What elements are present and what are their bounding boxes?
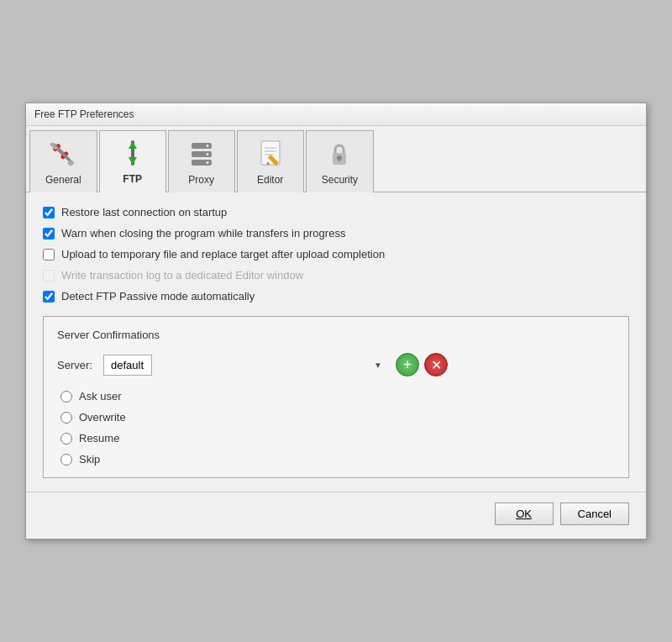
server-select[interactable]: default xyxy=(103,355,152,376)
security-icon xyxy=(323,137,356,171)
footer: OK Cancel xyxy=(26,492,646,539)
tab-proxy[interactable]: Proxy xyxy=(168,130,235,192)
tab-ftp[interactable]: FTP xyxy=(99,130,166,192)
checkbox-warn[interactable] xyxy=(43,228,55,239)
checkbox-restore-row: Restore last connection on startup xyxy=(43,206,629,218)
checkbox-write-log xyxy=(43,270,55,282)
main-window: Free FTP Preferences Gene xyxy=(25,103,647,539)
server-label: Server: xyxy=(57,359,103,371)
checkbox-upload-temp-row: Upload to temporary file and replace tar… xyxy=(43,248,629,260)
checkbox-passive-label: Detect FTP Passive mode automatically xyxy=(61,290,255,303)
server-select-wrapper: default xyxy=(103,355,389,376)
checkbox-write-log-label: Write transaction log to a dedicated Edi… xyxy=(61,269,303,282)
radio-ask-user-label: Ask user xyxy=(79,390,122,403)
cancel-button[interactable]: Cancel xyxy=(560,503,629,525)
ok-button[interactable]: OK xyxy=(495,503,554,525)
svg-marker-8 xyxy=(129,157,137,165)
svg-point-14 xyxy=(206,161,208,164)
radio-overwrite-row: Overwrite xyxy=(60,411,615,424)
tabs-container: General FTP xyxy=(26,126,646,192)
tab-general-label: General xyxy=(45,174,81,186)
add-server-button[interactable]: + xyxy=(396,353,419,376)
tab-ftp-label: FTP xyxy=(123,173,142,185)
title-bar: Free FTP Preferences xyxy=(26,103,646,126)
server-row: Server: default + ✕ xyxy=(57,353,615,376)
radio-resume[interactable] xyxy=(60,433,72,445)
tab-proxy-label: Proxy xyxy=(188,174,214,186)
server-confirmations-title: Server Confirmations xyxy=(57,329,615,341)
general-icon xyxy=(46,137,80,171)
radio-ask-user-row: Ask user xyxy=(60,390,615,403)
tab-editor-label: Editor xyxy=(257,174,283,186)
tab-general[interactable]: General xyxy=(29,130,97,192)
proxy-icon xyxy=(185,137,218,171)
tab-security[interactable]: Security xyxy=(306,130,374,192)
radio-skip-row: Skip xyxy=(60,453,615,466)
radio-skip[interactable] xyxy=(60,454,72,466)
checkbox-warn-row: Warn when closing the program while tran… xyxy=(43,227,629,239)
radio-overwrite-label: Overwrite xyxy=(79,411,126,424)
svg-point-13 xyxy=(206,153,208,155)
checkbox-upload-temp[interactable] xyxy=(43,249,55,260)
checkbox-warn-label: Warn when closing the program while tran… xyxy=(61,227,345,239)
content-area: Restore last connection on startup Warn … xyxy=(26,192,646,492)
remove-server-button[interactable]: ✕ xyxy=(424,353,448,376)
checkbox-write-log-row: Write transaction log to a dedicated Edi… xyxy=(43,269,629,282)
svg-point-12 xyxy=(206,145,208,147)
radio-skip-label: Skip xyxy=(79,453,100,466)
checkbox-passive[interactable] xyxy=(43,291,55,303)
radio-resume-label: Resume xyxy=(79,432,119,445)
svg-rect-23 xyxy=(339,158,340,161)
checkbox-restore-label: Restore last connection on startup xyxy=(61,206,227,218)
checkbox-passive-row: Detect FTP Passive mode automatically xyxy=(43,290,629,303)
checkbox-restore[interactable] xyxy=(43,207,55,218)
window-title: Free FTP Preferences xyxy=(34,108,134,120)
radio-ask-user[interactable] xyxy=(60,391,72,403)
tab-editor[interactable]: Editor xyxy=(237,130,304,192)
tab-security-label: Security xyxy=(322,174,358,186)
confirmation-radio-group: Ask user Overwrite Resume Skip xyxy=(57,390,615,466)
ftp-icon xyxy=(116,136,150,170)
editor-icon xyxy=(254,137,287,171)
radio-resume-row: Resume xyxy=(60,432,615,445)
radio-overwrite[interactable] xyxy=(60,412,72,424)
server-confirmations-group: Server Confirmations Server: default + ✕… xyxy=(43,316,629,478)
checkbox-upload-temp-label: Upload to temporary file and replace tar… xyxy=(61,248,385,260)
svg-marker-7 xyxy=(129,141,137,149)
